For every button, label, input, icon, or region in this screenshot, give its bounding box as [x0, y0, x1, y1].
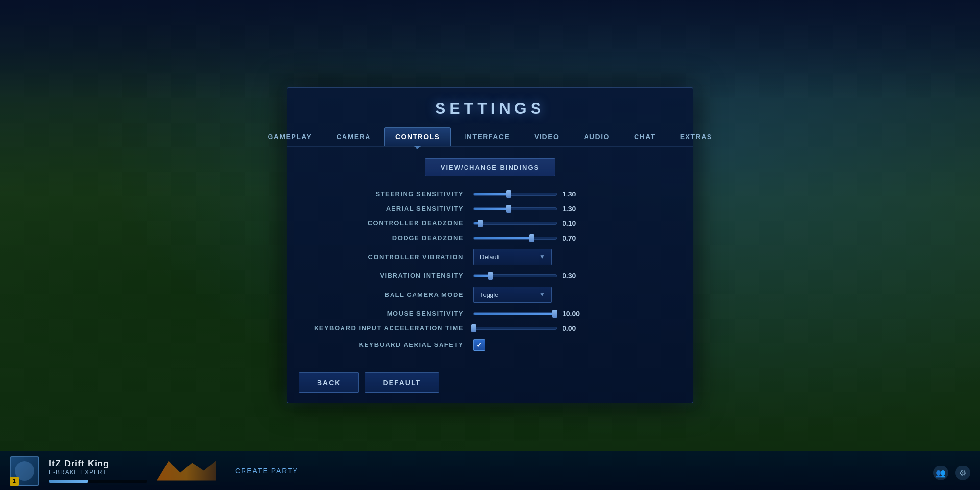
tab-interface[interactable]: INTERFACE [453, 127, 521, 146]
tab-extras[interactable]: EXTRAS [669, 127, 724, 146]
player-info: ItZ Drift King E-BRAKE EXPERT [49, 459, 147, 476]
label-aerial-sensitivity: AERIAL SENSITIVITY [307, 205, 464, 212]
control-steering-sensitivity: 1.30 [473, 190, 673, 198]
control-dodge-deadzone: 0.70 [473, 234, 673, 242]
setting-row-controller-deadzone: CONTROLLER DEADZONE 0.10 [307, 220, 673, 227]
slider-thumb-aerial [506, 205, 511, 213]
setting-row-mouse-sensitivity: MOUSE SENSITIVITY 10.00 [307, 310, 673, 318]
label-keyboard-acceleration: KEYBOARD INPUT ACCELERATION TIME [307, 324, 464, 332]
slider-vibration-intensity[interactable] [473, 274, 557, 277]
label-mouse-sensitivity: MOUSE SENSITIVITY [307, 310, 464, 317]
bottom-right-icons: 👥 ⚙ [933, 466, 970, 480]
slider-fill-aerial [474, 208, 509, 210]
player-level: 1 [10, 477, 19, 486]
slider-fill-steering [474, 193, 509, 195]
bottom-bar: 1 ItZ Drift King E-BRAKE EXPERT CREATE P… [0, 451, 980, 490]
view-bindings-row: VIEW/CHANGE BINDINGS [307, 158, 673, 176]
slider-steering-sensitivity[interactable] [473, 193, 557, 196]
dropdown-value-ball-camera: Toggle [480, 291, 498, 298]
value-mouse-sensitivity: 10.00 [563, 310, 587, 318]
setting-row-vibration-intensity: VIBRATION INTENSITY 0.30 [307, 272, 673, 280]
label-steering-sensitivity: STEERING SENSITIVITY [307, 190, 464, 197]
xp-bar-container [49, 480, 147, 483]
setting-row-steering: STEERING SENSITIVITY 1.30 [307, 190, 673, 198]
slider-thumb-steering [506, 190, 511, 198]
dropdown-controller-vibration[interactable]: Default ▼ [473, 249, 552, 265]
dropdown-ball-camera-mode[interactable]: Toggle ▼ [473, 287, 552, 303]
slider-keyboard-acceleration[interactable] [473, 327, 557, 330]
modal-body: VIEW/CHANGE BINDINGS STEERING SENSITIVIT… [287, 147, 693, 363]
default-button[interactable]: DEFAULT [365, 372, 439, 393]
modal-title: SETTINGS [287, 88, 693, 127]
tab-video[interactable]: VIDEO [523, 127, 570, 146]
label-vibration-intensity: VIBRATION INTENSITY [307, 272, 464, 279]
value-keyboard-acceleration: 0.00 [563, 324, 587, 332]
back-button[interactable]: BACK [299, 372, 359, 393]
slider-thumb-mouse [552, 310, 557, 318]
control-keyboard-acceleration: 0.00 [473, 324, 673, 332]
control-controller-deadzone: 0.10 [473, 220, 673, 227]
slider-controller-deadzone[interactable] [473, 222, 557, 225]
view-bindings-button[interactable]: VIEW/CHANGE BINDINGS [425, 158, 555, 176]
control-aerial-sensitivity: 1.30 [473, 205, 673, 213]
avatar: 1 [10, 456, 39, 486]
flame-decoration [157, 461, 216, 481]
tab-controls[interactable]: CONTROLS [384, 127, 451, 146]
modal-overlay: SETTINGS GAMEPLAY CAMERA CONTROLS INTERF… [0, 0, 980, 490]
setting-row-keyboard-acceleration: KEYBOARD INPUT ACCELERATION TIME 0.00 [307, 324, 673, 332]
chevron-down-icon: ▼ [539, 253, 545, 260]
control-controller-vibration: Default ▼ [473, 249, 673, 265]
slider-mouse-sensitivity[interactable] [473, 312, 557, 315]
control-vibration-intensity: 0.30 [473, 272, 673, 280]
control-aerial-safety: ✓ [473, 339, 673, 351]
slider-fill-dodge [474, 237, 532, 239]
xp-bar [49, 480, 88, 483]
tab-gameplay[interactable]: GAMEPLAY [256, 127, 323, 146]
setting-row-aerial-safety: KEYBOARD AERIAL SAFETY ✓ [307, 339, 673, 351]
chevron-down-icon-2: ▼ [539, 291, 545, 298]
value-steering-sensitivity: 1.30 [563, 190, 587, 198]
slider-thumb-deadzone [478, 220, 483, 227]
slider-aerial-sensitivity[interactable] [473, 207, 557, 210]
tab-chat[interactable]: CHAT [623, 127, 667, 146]
control-mouse-sensitivity: 10.00 [473, 310, 673, 318]
value-aerial-sensitivity: 1.30 [563, 205, 587, 213]
label-ball-camera-mode: BALL CAMERA MODE [307, 291, 464, 298]
player-name: ItZ Drift King [49, 459, 147, 469]
setting-row-aerial: AERIAL SENSITIVITY 1.30 [307, 205, 673, 213]
label-aerial-safety: KEYBOARD AERIAL SAFETY [307, 341, 464, 348]
setting-row-ball-camera: BALL CAMERA MODE Toggle ▼ [307, 287, 673, 303]
tab-camera[interactable]: CAMERA [325, 127, 382, 146]
checkmark-icon: ✓ [476, 341, 482, 349]
setting-row-controller-vibration: CONTROLLER VIBRATION Default ▼ [307, 249, 673, 265]
label-dodge-deadzone: DODGE DEADZONE [307, 234, 464, 242]
slider-thumb-keyboard [471, 324, 476, 332]
dropdown-value-vibration: Default [480, 253, 500, 261]
label-controller-deadzone: CONTROLLER DEADZONE [307, 220, 464, 227]
value-dodge-deadzone: 0.70 [563, 234, 587, 242]
slider-dodge-deadzone[interactable] [473, 237, 557, 240]
value-controller-deadzone: 0.10 [563, 220, 587, 227]
slider-thumb-vibration [488, 272, 493, 280]
settings-grid: STEERING SENSITIVITY 1.30 AERIAL SENSITI… [307, 190, 673, 351]
create-party-button[interactable]: CREATE PARTY [235, 467, 298, 475]
settings-modal: SETTINGS GAMEPLAY CAMERA CONTROLS INTERF… [287, 87, 693, 403]
slider-fill-mouse [474, 313, 556, 315]
player-rank: E-BRAKE EXPERT [49, 469, 147, 476]
settings-icon[interactable]: ⚙ [956, 466, 970, 480]
people-icon[interactable]: 👥 [933, 466, 948, 480]
control-ball-camera-mode: Toggle ▼ [473, 287, 673, 303]
tabs-row: GAMEPLAY CAMERA CONTROLS INTERFACE VIDEO… [287, 127, 693, 147]
checkbox-aerial-safety[interactable]: ✓ [473, 339, 485, 351]
modal-footer: BACK DEFAULT [287, 363, 693, 403]
value-vibration-intensity: 0.30 [563, 272, 587, 280]
label-controller-vibration: CONTROLLER VIBRATION [307, 253, 464, 261]
setting-row-dodge-deadzone: DODGE DEADZONE 0.70 [307, 234, 673, 242]
tab-audio[interactable]: AUDIO [572, 127, 621, 146]
slider-thumb-dodge [529, 234, 534, 242]
